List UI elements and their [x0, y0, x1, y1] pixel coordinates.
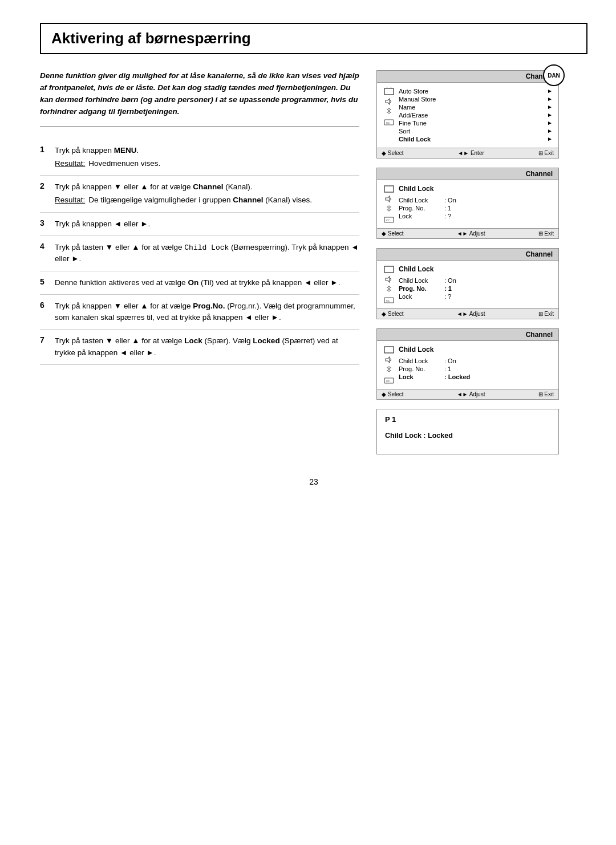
screen2-lock-row: Lock : ? — [399, 212, 553, 220]
screen3-menu: Child Lock Child Lock : On Prog. No. : 1… — [399, 265, 553, 304]
svg-point-14 — [388, 206, 390, 208]
footer2-adjust: ◄► Adjust — [457, 230, 485, 237]
screen4-footer: ◆ Select ◄► Adjust ⊞ Exit — [377, 389, 558, 399]
screen1-menu: Auto Store► Manual Store► Name► Add/Eras… — [399, 87, 553, 143]
screen2-footer: ◆ Select ◄► Adjust ⊞ Exit — [377, 228, 558, 238]
page-title: Aktivering af børnespærring — [40, 23, 587, 54]
footer4-exit: ⊞ Exit — [538, 391, 554, 397]
footer2-exit: ⊞ Exit — [538, 230, 554, 237]
screen2-menu: Child Lock Child Lock : On Prog. No. : 1… — [399, 185, 553, 224]
tv-icon-2 — [384, 185, 394, 193]
footer4-adjust: ◄► Adjust — [457, 391, 485, 397]
page-number: 23 — [40, 477, 587, 486]
screen4-prog-no-row: Prog. No. : 1 — [399, 365, 553, 373]
step-number-6: 6 — [40, 300, 49, 310]
svg-point-4 — [388, 108, 390, 111]
p1-box: P 1 Child Lock : Locked — [376, 409, 559, 454]
screen-3: Channel — [376, 248, 559, 319]
screen3-lock-row: Lock : ? — [399, 292, 553, 300]
result-label: Resultat: — [55, 158, 85, 169]
sound-icon — [384, 98, 394, 105]
dan-badge: DAN — [543, 64, 565, 86]
step-content-6: Tryk på knappen ▼ eller ▲ for at vælge P… — [55, 300, 359, 324]
step-number-2: 2 — [40, 181, 49, 190]
cc-icon-4: cc — [384, 376, 394, 384]
menu-item-name: Name► — [399, 103, 553, 111]
screen3-child-lock-row: Child Lock : On — [399, 277, 553, 285]
step-number-1: 1 — [40, 145, 49, 154]
footer-exit: ⊞ Exit — [538, 150, 554, 156]
svg-marker-3 — [386, 99, 390, 104]
step-5: 5 Denne funktion aktiveres ved at vælge … — [40, 271, 359, 295]
svg-point-34 — [388, 367, 390, 369]
step-7: 7 Tryk på tasten ▼ eller ▲ for at vælge … — [40, 330, 359, 365]
svg-rect-0 — [384, 88, 394, 95]
child-lock-locked-label: Child Lock : Locked — [385, 432, 550, 440]
step-2: 2 Tryk på knappen ▼ eller ▲ for at vælge… — [40, 176, 359, 213]
svg-rect-12 — [384, 186, 394, 192]
steps-list: 1 Tryk på knappen MENU. Resultat: Hovedm… — [40, 139, 359, 365]
screen2-title: Child Lock — [399, 185, 553, 193]
svg-marker-23 — [386, 277, 390, 282]
footer2-select: ◆ Select — [382, 230, 404, 237]
cc-icon-2: cc — [384, 216, 394, 224]
footer3-select: ◆ Select — [382, 311, 404, 317]
menu-item-fine-tune: Fine Tune► — [399, 119, 553, 127]
tv-icon-3 — [384, 265, 394, 273]
svg-point-5 — [388, 111, 390, 113]
result-text-1: Hovedmenuen vises. — [88, 158, 160, 169]
screen-2: Channel — [376, 168, 559, 239]
step-number-7: 7 — [40, 335, 49, 344]
footer3-exit: ⊞ Exit — [538, 311, 554, 317]
cc-icon: cc — [384, 118, 394, 126]
step-3: 3 Tryk på knappen ◄ eller ►. — [40, 213, 359, 236]
screen4-icons: cc — [383, 346, 395, 384]
step-content-7: Tryk på tasten ▼ eller ▲ for at vælge Lo… — [55, 335, 359, 359]
screen1-header: Channel — [377, 71, 558, 83]
svg-point-35 — [388, 369, 390, 372]
sound-icon-2 — [384, 195, 394, 203]
sound-icon-4 — [384, 356, 394, 364]
screen3-footer: ◆ Select ◄► Adjust ⊞ Exit — [377, 308, 558, 319]
screen2-icons: cc — [383, 185, 395, 224]
menu-item-sort: Sort► — [399, 127, 553, 135]
screen4-header: Channel — [377, 329, 558, 341]
screen1-icons: cc — [383, 87, 395, 143]
step-content-3: Tryk på knappen ◄ eller ►. — [55, 218, 150, 230]
screen4-title: Child Lock — [399, 346, 553, 354]
screen3-icons: cc — [383, 265, 395, 304]
screen2-prog-no-row: Prog. No. : 1 — [399, 204, 553, 212]
tv-icon — [384, 87, 394, 95]
step-content-4: Tryk på tasten ▼ eller ▲ for at vælge Ch… — [55, 242, 359, 265]
result-label-2: Resultat: — [55, 194, 85, 206]
step-6: 6 Tryk på knappen ▼ eller ▲ for at vælge… — [40, 295, 359, 330]
result-text-2: De tilgængelige valgmuligheder i gruppen… — [88, 194, 312, 206]
svg-text:cc: cc — [386, 121, 390, 124]
svg-text:cc: cc — [386, 299, 390, 302]
svg-rect-32 — [384, 347, 394, 353]
svg-rect-22 — [384, 266, 394, 273]
screen3-header: Channel — [377, 249, 558, 261]
screen-1: Channel — [376, 70, 559, 159]
screen1-footer: ◆ Select ◄► Enter ⊞ Exit — [377, 148, 558, 158]
step-content-1: Tryk på knappen MENU. Resultat: Hovedmen… — [55, 145, 160, 170]
footer3-adjust: ◄► Adjust — [457, 311, 485, 317]
footer4-select: ◆ Select — [382, 391, 404, 397]
screen3-prog-no-row: Prog. No. : 1 — [399, 285, 553, 292]
svg-marker-13 — [386, 196, 390, 202]
menu-item-manual-store: Manual Store► — [399, 95, 553, 103]
svg-text:cc: cc — [386, 379, 390, 383]
screen4-menu: Child Lock Child Lock : On Prog. No. : 1… — [399, 346, 553, 384]
footer-select: ◆ Select — [382, 150, 404, 156]
feature-icon-2 — [384, 205, 394, 213]
svg-text:cc: cc — [386, 218, 390, 222]
footer-enter: ◄► Enter — [457, 150, 484, 156]
step-number-5: 5 — [40, 277, 49, 286]
step-number-4: 4 — [40, 242, 49, 251]
step-1: 1 Tryk på knappen MENU. Resultat: Hovedm… — [40, 139, 359, 176]
menu-item-add-erase: Add/Erase► — [399, 111, 553, 119]
cc-icon-3: cc — [384, 296, 394, 304]
step-4: 4 Tryk på tasten ▼ eller ▲ for at vælge … — [40, 236, 359, 271]
svg-point-15 — [388, 209, 390, 211]
screen-4: Channel — [376, 328, 559, 400]
